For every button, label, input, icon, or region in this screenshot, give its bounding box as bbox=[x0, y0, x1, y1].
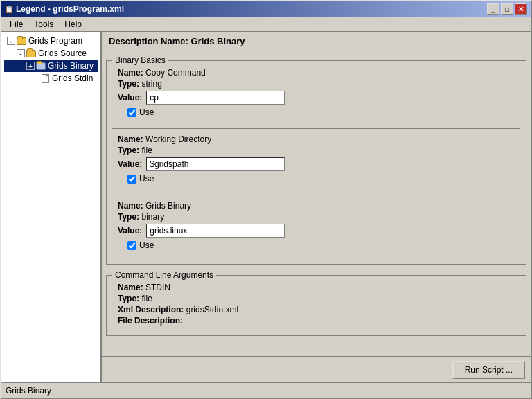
binary-basics-section: Binary Basics Name: Copy Command Type: s… bbox=[106, 55, 526, 265]
folder-icon bbox=[26, 48, 36, 58]
name-value: STDIN bbox=[145, 283, 170, 292]
right-panel: Description Name: Grids Binary Binary Ba… bbox=[102, 32, 531, 382]
file-icon bbox=[40, 73, 50, 83]
window-icon: 📋 bbox=[5, 6, 13, 13]
tree-panel: - Grids Program - Grids Source + bbox=[1, 32, 102, 382]
bottom-bar: Run Script ... bbox=[102, 356, 531, 382]
value-line: Value: bbox=[118, 224, 515, 238]
content-scroll[interactable]: Binary Basics Name: Copy Command Type: s… bbox=[102, 51, 531, 356]
status-bar: Grids Binary bbox=[1, 382, 531, 398]
filedesc-line: File Description: bbox=[118, 316, 515, 326]
minimize-button[interactable]: _ bbox=[487, 3, 499, 15]
title-bar-text: 📋 Legend - gridsProgram.xml bbox=[5, 4, 124, 14]
value-label: Value: bbox=[118, 159, 142, 169]
run-script-button[interactable]: Run Script ... bbox=[452, 361, 525, 379]
command-line-section: Command Line Arguments Name: STDIN Type:… bbox=[106, 270, 526, 336]
value-label: Value: bbox=[118, 226, 142, 236]
tree-label: Grids Stdin bbox=[52, 73, 93, 83]
use-label: Use bbox=[139, 174, 154, 184]
type-label: Type: bbox=[118, 294, 139, 303]
value-input-grids-binary[interactable] bbox=[146, 224, 285, 238]
name-label: Name: bbox=[118, 201, 143, 211]
tree-item-grids-binary[interactable]: + Grids Binary bbox=[4, 60, 98, 72]
type-value: binary bbox=[141, 212, 164, 222]
menu-tools[interactable]: Tools bbox=[28, 18, 59, 30]
entry-stdin: Name: STDIN Type: file Xml Description: … bbox=[112, 280, 520, 330]
name-value: Grids Binary bbox=[145, 201, 191, 211]
main-window: 📋 Legend - gridsProgram.xml _ □ ✕ File T… bbox=[0, 0, 532, 399]
name-label: Name: bbox=[118, 68, 143, 78]
entry-copy-command: Name: Copy Command Type: string Value: bbox=[112, 65, 520, 125]
menu-bar: File Tools Help bbox=[1, 17, 531, 32]
status-bar-text: Grids Binary bbox=[6, 386, 51, 396]
type-line: Type: file bbox=[118, 145, 515, 155]
type-value: file bbox=[141, 294, 152, 303]
tree-label: Grids Binary bbox=[48, 61, 94, 71]
value-input-working-dir[interactable] bbox=[146, 157, 285, 171]
name-label: Name: bbox=[118, 283, 143, 292]
value-line: Value: bbox=[118, 91, 515, 105]
entry-grids-binary: Name: Grids Binary Type: binary Value: bbox=[112, 198, 520, 258]
type-value: file bbox=[141, 145, 152, 155]
type-line: Type: binary bbox=[118, 212, 515, 222]
menu-help[interactable]: Help bbox=[59, 18, 87, 30]
use-checkbox-row: Use bbox=[127, 174, 509, 184]
name-line: Name: Copy Command bbox=[118, 68, 515, 78]
command-line-legend: Command Line Arguments bbox=[112, 270, 216, 280]
tree-item-grids-stdin[interactable]: Grids Stdin bbox=[4, 72, 98, 85]
type-label: Type: bbox=[118, 212, 139, 222]
value-input-copy-command[interactable] bbox=[146, 91, 285, 105]
name-label: Name: bbox=[118, 134, 143, 144]
type-line: Type: file bbox=[118, 294, 515, 303]
close-button[interactable]: ✕ bbox=[515, 3, 527, 15]
type-value: string bbox=[141, 79, 161, 89]
value-line: Value: bbox=[118, 157, 515, 171]
use-checkbox[interactable] bbox=[127, 241, 136, 250]
tree-item-grids-program[interactable]: - Grids Program bbox=[4, 35, 98, 47]
maximize-button[interactable]: □ bbox=[501, 3, 513, 15]
title-bar: 📋 Legend - gridsProgram.xml _ □ ✕ bbox=[1, 1, 531, 17]
xmldesc-value: gridsStdin.xml bbox=[186, 305, 238, 314]
type-label: Type: bbox=[118, 79, 139, 89]
use-checkbox[interactable] bbox=[127, 108, 136, 117]
tree-label: Grids Program bbox=[28, 36, 82, 46]
name-line: Name: Working Directory bbox=[118, 134, 515, 144]
type-label: Type: bbox=[118, 145, 139, 155]
menu-file[interactable]: File bbox=[4, 18, 28, 30]
expand-icon[interactable]: - bbox=[17, 49, 25, 57]
folder-icon bbox=[36, 61, 46, 71]
entry-working-directory: Name: Working Directory Type: file Value… bbox=[112, 132, 520, 192]
folder-icon bbox=[17, 36, 26, 46]
use-checkbox[interactable] bbox=[127, 175, 136, 184]
tree-label: Grids Source bbox=[38, 48, 87, 58]
expand-icon[interactable]: - bbox=[7, 37, 15, 45]
window-title: Legend - gridsProgram.xml bbox=[16, 4, 124, 14]
binary-basics-legend: Binary Basics bbox=[112, 55, 168, 65]
name-value: Working Directory bbox=[145, 134, 211, 144]
xmldesc-label: Xml Description: bbox=[118, 305, 184, 314]
tree-item-grids-source[interactable]: - Grids Source bbox=[4, 47, 98, 60]
name-line: Name: STDIN bbox=[118, 283, 515, 292]
xmldesc-line: Xml Description: gridsStdin.xml bbox=[118, 305, 515, 314]
name-value: Copy Command bbox=[145, 68, 206, 78]
description-header: Description Name: Grids Binary bbox=[102, 32, 531, 51]
main-content: - Grids Program - Grids Source + bbox=[1, 32, 531, 382]
expand-icon[interactable]: + bbox=[26, 62, 35, 70]
use-checkbox-row: Use bbox=[127, 107, 509, 117]
filedesc-label: File Description: bbox=[118, 316, 183, 326]
use-label: Use bbox=[139, 240, 154, 250]
use-checkbox-row: Use bbox=[127, 240, 509, 250]
name-line: Name: Grids Binary bbox=[118, 201, 515, 211]
use-label: Use bbox=[139, 107, 154, 117]
title-bar-controls: _ □ ✕ bbox=[487, 3, 527, 15]
type-line: Type: string bbox=[118, 79, 515, 89]
value-label: Value: bbox=[118, 93, 142, 103]
